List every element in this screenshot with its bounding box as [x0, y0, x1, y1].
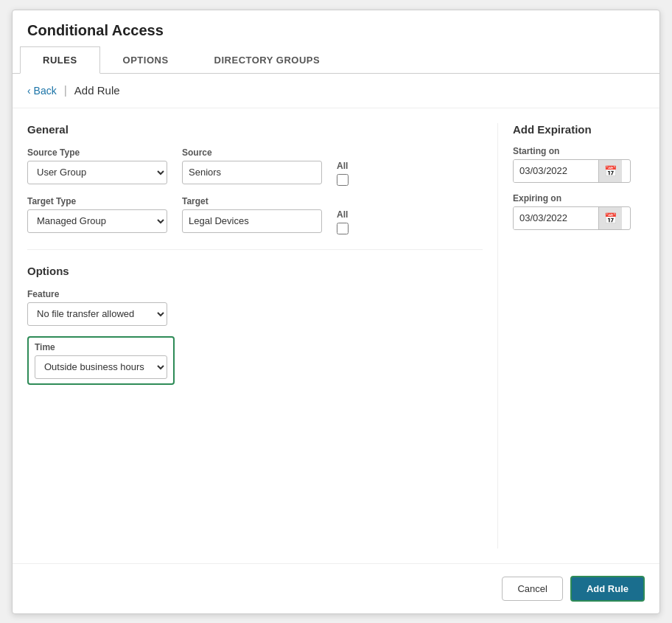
- breadcrumb-separator: |: [64, 84, 67, 97]
- expiration-title: Add Expiration: [513, 123, 645, 136]
- time-select[interactable]: Outside business hours Always Business h…: [35, 355, 167, 379]
- starting-on-input-wrapper: 📅: [513, 159, 631, 183]
- target-group: Target: [182, 196, 322, 233]
- target-row: Target Type User Group Device Group Mana…: [27, 196, 483, 234]
- starting-on-calendar-icon[interactable]: 📅: [598, 160, 622, 182]
- source-type-label: Source Type: [27, 147, 167, 158]
- section-divider: [27, 249, 483, 250]
- tab-bar: RULES OPTIONS DIRECTORY GROUPS: [13, 46, 659, 74]
- target-all-checkbox[interactable]: [337, 223, 349, 234]
- source-label: Source: [182, 147, 322, 158]
- target-type-label: Target Type: [27, 196, 167, 206]
- starting-on-group: Starting on 📅: [513, 146, 645, 183]
- feature-label: Feature: [27, 289, 483, 299]
- feature-group: Feature No file transfer allowed Read on…: [27, 289, 483, 326]
- target-input[interactable]: [182, 209, 322, 233]
- target-all-group: All: [337, 196, 349, 234]
- expiring-on-group: Expiring on 📅: [513, 193, 645, 230]
- expiring-on-label: Expiring on: [513, 193, 645, 203]
- source-type-group: Source Type User Group Device Group Mana…: [27, 147, 167, 184]
- back-link[interactable]: ‹ Back: [27, 85, 57, 97]
- breadcrumb: ‹ Back | Add Rule: [13, 74, 659, 108]
- main-form: General Source Type User Group Device Gr…: [27, 123, 483, 549]
- page-title: Conditional Access: [13, 10, 659, 46]
- cancel-button[interactable]: Cancel: [502, 577, 562, 601]
- main-window: Conditional Access RULES OPTIONS DIRECTO…: [12, 10, 660, 614]
- tab-directory-groups[interactable]: DIRECTORY GROUPS: [192, 46, 343, 73]
- options-section-title: Options: [27, 265, 483, 277]
- feature-select[interactable]: No file transfer allowed Read only Block…: [27, 302, 167, 326]
- expiring-on-calendar-icon[interactable]: 📅: [598, 207, 622, 229]
- time-label: Time: [35, 342, 167, 352]
- general-section-title: General: [27, 123, 483, 136]
- time-group: Time Outside business hours Always Busin…: [27, 336, 175, 385]
- source-input[interactable]: [182, 161, 322, 184]
- target-type-select[interactable]: User Group Device Group Managed Group: [27, 209, 167, 233]
- source-all-label: All: [337, 161, 349, 171]
- content-area: General Source Type User Group Device Gr…: [13, 108, 659, 549]
- source-row: Source Type User Group Device Group Mana…: [27, 147, 483, 186]
- expiration-sidebar: Add Expiration Starting on 📅 Expiring on…: [497, 123, 645, 549]
- expiring-on-input[interactable]: [514, 207, 598, 229]
- add-rule-button[interactable]: Add Rule: [570, 576, 645, 602]
- breadcrumb-current: Add Rule: [74, 84, 120, 97]
- target-all-label: All: [337, 209, 349, 220]
- tab-options[interactable]: OPTIONS: [100, 46, 192, 73]
- source-all-checkbox[interactable]: [337, 174, 349, 186]
- source-type-select[interactable]: User Group Device Group Managed Group: [27, 161, 167, 184]
- expiring-on-input-wrapper: 📅: [513, 206, 631, 230]
- starting-on-label: Starting on: [513, 146, 645, 156]
- source-group: Source: [182, 147, 322, 184]
- tab-rules[interactable]: RULES: [20, 46, 100, 74]
- starting-on-input[interactable]: [514, 160, 598, 182]
- footer: Cancel Add Rule: [13, 563, 659, 613]
- source-all-group: All: [337, 147, 349, 186]
- options-section: Options Feature No file transfer allowed…: [27, 265, 483, 385]
- target-type-group: Target Type User Group Device Group Mana…: [27, 196, 167, 233]
- target-label: Target: [182, 196, 322, 206]
